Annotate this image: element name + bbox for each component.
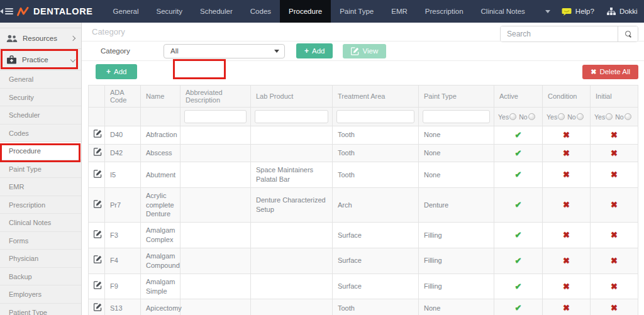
sidebar-item-employers[interactable]: Employers	[0, 285, 81, 304]
cell-lab-product: Space Maintainers Palatal Bar	[251, 162, 333, 188]
cell-abbreviated-description	[180, 299, 251, 315]
top-nav-item-scheduler[interactable]: Scheduler	[191, 0, 242, 23]
condition-cross-icon: ✖	[563, 148, 570, 158]
cell-active: ✔	[494, 162, 543, 188]
edit-row-button[interactable]	[89, 299, 105, 315]
top-nav-item-emr[interactable]: EMR	[382, 0, 416, 23]
cell-treatment-area: Surface	[333, 248, 419, 274]
search-button[interactable]	[618, 26, 638, 41]
col-header-ada-code: ADA Code	[105, 86, 141, 108]
edit-row-icon	[94, 130, 102, 138]
cell-active: ✔	[494, 248, 543, 274]
edit-row-button[interactable]	[89, 248, 105, 274]
cell-treatment-area: Tooth	[333, 144, 419, 162]
help-button[interactable]: Help?	[562, 8, 594, 16]
top-nav-item-security[interactable]: Security	[147, 0, 191, 23]
filter-cell-2	[141, 108, 180, 126]
search-input[interactable]	[501, 26, 618, 41]
edit-row-button[interactable]	[89, 144, 105, 162]
cell-abbreviated-description	[180, 187, 251, 223]
filter-input-paint-type[interactable]	[423, 110, 490, 123]
cell-treatment-area: Arch	[333, 187, 419, 223]
cell-initial: ✖	[591, 274, 638, 299]
cell-condition: ✖	[543, 248, 591, 274]
sidebar-item-practice[interactable]: Practice	[0, 49, 81, 70]
top-nav-item-paint-type[interactable]: Paint Type	[331, 0, 382, 23]
category-select[interactable]: All	[164, 44, 285, 58]
sidebar-item-backup[interactable]: Backup	[0, 268, 81, 286]
initial-cross-icon: ✖	[611, 130, 618, 140]
edit-row-button[interactable]	[89, 223, 105, 248]
top-nav-item-procedure[interactable]: Procedure	[280, 0, 331, 23]
sidebar-item-prescription[interactable]: Prescription	[0, 196, 81, 214]
cell-paint-type: Filling	[419, 274, 494, 299]
top-nav-item-codes[interactable]: Codes	[242, 0, 280, 23]
cell-active: ✔	[494, 187, 543, 223]
edit-row-button[interactable]	[89, 274, 105, 299]
category-add-button[interactable]: +Add	[296, 43, 333, 58]
condition-cross-icon: ✖	[563, 303, 570, 312]
sidebar-item-procedure[interactable]: Procedure	[0, 142, 81, 160]
plus-icon: +	[304, 47, 309, 55]
category-view-button[interactable]: View	[343, 44, 386, 58]
sidebar-item-patient-type[interactable]: Patient Type	[0, 304, 81, 315]
sidebar-item-resources[interactable]: Resources	[0, 28, 81, 49]
chevron-right-icon	[70, 36, 75, 41]
col-header-abbreviated-description: Abbreviated Description	[180, 86, 251, 108]
radio-no[interactable]	[625, 113, 631, 120]
sidebar-item-clinical-notes[interactable]: Clinical Notes	[0, 214, 81, 232]
radio-yes[interactable]	[558, 113, 565, 120]
logo-zigzag-icon	[17, 7, 29, 16]
radio-no-label: No	[615, 113, 623, 121]
top-nav-item-clinical-notes[interactable]: Clinical Notes	[472, 0, 534, 23]
filter-input-treatment-area[interactable]	[336, 110, 414, 123]
cell-condition: ✖	[543, 126, 591, 145]
initial-cross-icon: ✖	[611, 170, 618, 179]
cell-name: Acrylic complete Denture	[141, 187, 180, 223]
filter-cell-1	[105, 108, 141, 126]
top-nav-item-general[interactable]: General	[104, 0, 148, 23]
app-logo[interactable]: DENTALORE	[13, 0, 104, 23]
active-check-icon: ✔	[515, 170, 522, 179]
cell-initial: ✖	[591, 126, 638, 145]
cell-initial: ✖	[591, 162, 638, 188]
filter-input-lab-product[interactable]	[255, 110, 328, 123]
sidebar-submenu: GeneralSecuritySchedulerCodesProcedurePa…	[0, 70, 81, 315]
edit-row-button[interactable]	[89, 187, 105, 223]
top-nav-item-prescription[interactable]: Prescription	[416, 0, 472, 23]
cell-name: Apicectomy	[141, 299, 180, 315]
cell-paint-type: None	[419, 126, 494, 145]
sidebar-item-forms[interactable]: Forms	[0, 232, 81, 250]
sidebar-item-general[interactable]: General	[0, 70, 81, 89]
radio-yes[interactable]	[509, 113, 516, 120]
delete-all-button[interactable]: ✖Delete All	[582, 65, 638, 79]
sidebar-item-scheduler[interactable]: Scheduler	[0, 106, 81, 124]
sidebar-item-codes[interactable]: Codes	[0, 124, 81, 143]
filter-cell-7: YesNo	[494, 108, 543, 126]
sidebar-collapse-icon[interactable]	[0, 0, 13, 23]
cell-active: ✔	[494, 274, 543, 299]
radio-no[interactable]	[528, 113, 535, 120]
radio-yes[interactable]	[606, 113, 613, 120]
edit-row-icon	[94, 230, 102, 238]
edit-row-button[interactable]	[89, 126, 105, 145]
edit-row-button[interactable]	[89, 162, 105, 188]
sidebar-item-physician[interactable]: Physician	[0, 250, 81, 268]
procedure-add-button[interactable]: +Add	[96, 64, 137, 79]
nav-more-dropdown[interactable]	[534, 0, 562, 23]
cell-active: ✔	[494, 144, 543, 162]
clinic-button[interactable]: Dokki	[607, 8, 638, 16]
cell-paint-type: Filling	[419, 223, 494, 248]
table-row: F9Amalgam SimpleSurfaceFilling✔✖✖	[89, 274, 638, 299]
sidebar-item-paint-type[interactable]: Paint Type	[0, 160, 81, 179]
sidebar-item-security[interactable]: Security	[0, 89, 81, 107]
clinic-label: Dokki	[619, 8, 638, 15]
cell-name: Amalgam Complex	[141, 223, 180, 248]
radio-no[interactable]	[577, 113, 584, 120]
edit-row-icon	[94, 170, 102, 178]
filter-input-abbreviated-description[interactable]	[184, 110, 247, 123]
help-bubble-icon	[562, 8, 572, 16]
cell-active: ✔	[494, 126, 543, 145]
initial-cross-icon: ✖	[611, 256, 618, 265]
sidebar-item-emr[interactable]: EMR	[0, 178, 81, 196]
